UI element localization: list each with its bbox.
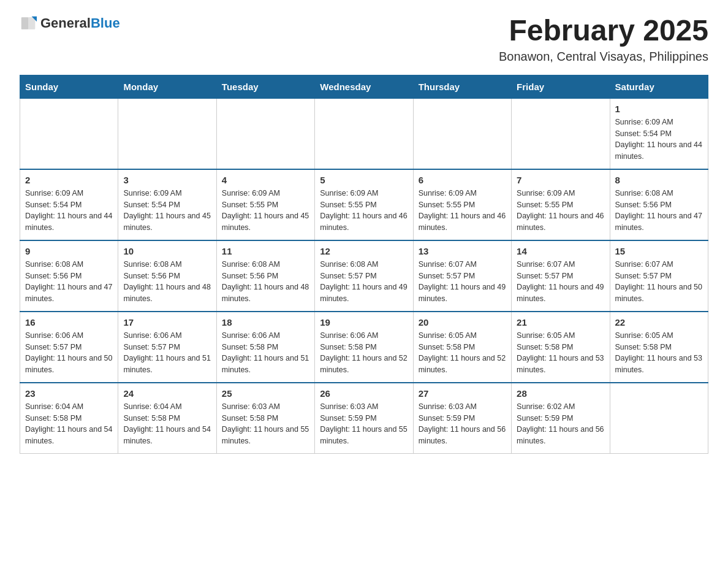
calendar-header-tuesday: Tuesday (216, 75, 314, 98)
day-info: Sunrise: 6:08 AMSunset: 5:56 PMDaylight:… (222, 259, 309, 305)
day-info: Sunrise: 6:09 AMSunset: 5:54 PMDaylight:… (25, 188, 113, 234)
calendar-cell: 7Sunrise: 6:09 AMSunset: 5:55 PMDaylight… (512, 169, 610, 240)
day-info: Sunrise: 6:03 AMSunset: 5:59 PMDaylight:… (419, 401, 506, 447)
calendar-cell: 20Sunrise: 6:05 AMSunset: 5:58 PMDayligh… (413, 312, 511, 383)
day-info: Sunrise: 6:08 AMSunset: 5:56 PMDaylight:… (25, 259, 113, 305)
day-info: Sunrise: 6:09 AMSunset: 5:54 PMDaylight:… (615, 117, 703, 163)
logo-icon (20, 15, 37, 32)
logo: GeneralBlue (20, 15, 120, 32)
day-info: Sunrise: 6:09 AMSunset: 5:55 PMDaylight:… (517, 188, 604, 234)
calendar-cell (413, 98, 511, 169)
calendar-header-sunday: Sunday (20, 75, 118, 98)
day-number: 2 (25, 175, 113, 185)
day-number: 19 (320, 317, 408, 327)
calendar-cell: 4Sunrise: 6:09 AMSunset: 5:55 PMDaylight… (216, 169, 314, 240)
calendar-cell (315, 98, 413, 169)
day-info: Sunrise: 6:07 AMSunset: 5:57 PMDaylight:… (419, 259, 506, 305)
day-number: 8 (615, 175, 703, 185)
calendar-cell: 26Sunrise: 6:03 AMSunset: 5:59 PMDayligh… (315, 383, 413, 454)
day-info: Sunrise: 6:05 AMSunset: 5:58 PMDaylight:… (615, 330, 703, 376)
day-info: Sunrise: 6:08 AMSunset: 5:56 PMDaylight:… (123, 259, 211, 305)
calendar-cell: 16Sunrise: 6:06 AMSunset: 5:57 PMDayligh… (20, 312, 118, 383)
calendar-header-row: SundayMondayTuesdayWednesdayThursdayFrid… (20, 75, 708, 98)
day-info: Sunrise: 6:06 AMSunset: 5:57 PMDaylight:… (123, 330, 211, 376)
calendar-cell: 19Sunrise: 6:06 AMSunset: 5:58 PMDayligh… (315, 312, 413, 383)
day-info: Sunrise: 6:09 AMSunset: 5:54 PMDaylight:… (123, 188, 211, 234)
day-number: 12 (320, 246, 408, 256)
day-number: 22 (615, 317, 703, 327)
day-info: Sunrise: 6:06 AMSunset: 5:57 PMDaylight:… (25, 330, 113, 376)
calendar-cell: 24Sunrise: 6:04 AMSunset: 5:58 PMDayligh… (118, 383, 216, 454)
day-info: Sunrise: 6:03 AMSunset: 5:59 PMDaylight:… (320, 401, 408, 447)
svg-rect-2 (28, 17, 35, 29)
logo-text-wrap: GeneralBlue (40, 15, 120, 31)
day-number: 28 (517, 388, 604, 399)
calendar-cell: 28Sunrise: 6:02 AMSunset: 5:59 PMDayligh… (512, 383, 610, 454)
day-number: 3 (123, 175, 211, 185)
day-number: 17 (123, 317, 211, 327)
calendar-cell: 27Sunrise: 6:03 AMSunset: 5:59 PMDayligh… (413, 383, 511, 454)
svg-rect-1 (21, 17, 28, 29)
day-info: Sunrise: 6:08 AMSunset: 5:56 PMDaylight:… (615, 188, 703, 234)
day-number: 16 (25, 317, 113, 327)
day-info: Sunrise: 6:08 AMSunset: 5:57 PMDaylight:… (320, 259, 408, 305)
day-number: 15 (615, 246, 703, 256)
day-info: Sunrise: 6:03 AMSunset: 5:58 PMDaylight:… (222, 401, 309, 447)
calendar-cell: 2Sunrise: 6:09 AMSunset: 5:54 PMDaylight… (20, 169, 118, 240)
calendar-cell: 12Sunrise: 6:08 AMSunset: 5:57 PMDayligh… (315, 240, 413, 312)
calendar-cell: 6Sunrise: 6:09 AMSunset: 5:55 PMDaylight… (413, 169, 511, 240)
calendar-week-row: 9Sunrise: 6:08 AMSunset: 5:56 PMDaylight… (20, 240, 708, 312)
calendar-cell: 22Sunrise: 6:05 AMSunset: 5:58 PMDayligh… (610, 312, 708, 383)
calendar-week-row: 2Sunrise: 6:09 AMSunset: 5:54 PMDaylight… (20, 169, 708, 240)
day-info: Sunrise: 6:07 AMSunset: 5:57 PMDaylight:… (615, 259, 703, 305)
calendar-header-thursday: Thursday (413, 75, 511, 98)
day-info: Sunrise: 6:09 AMSunset: 5:55 PMDaylight:… (222, 188, 309, 234)
day-number: 1 (615, 104, 703, 114)
title-area: February 2025 Bonawon, Central Visayas, … (499, 15, 708, 64)
day-number: 14 (517, 246, 604, 256)
day-number: 26 (320, 388, 408, 399)
logo-blue: Blue (91, 15, 120, 31)
day-number: 20 (419, 317, 506, 327)
day-info: Sunrise: 6:09 AMSunset: 5:55 PMDaylight:… (419, 188, 506, 234)
calendar-cell: 14Sunrise: 6:07 AMSunset: 5:57 PMDayligh… (512, 240, 610, 312)
day-info: Sunrise: 6:06 AMSunset: 5:58 PMDaylight:… (222, 330, 309, 376)
calendar-cell: 5Sunrise: 6:09 AMSunset: 5:55 PMDaylight… (315, 169, 413, 240)
calendar-week-row: 16Sunrise: 6:06 AMSunset: 5:57 PMDayligh… (20, 312, 708, 383)
day-number: 13 (419, 246, 506, 256)
calendar-cell (610, 383, 708, 454)
location-title: Bonawon, Central Visayas, Philippines (499, 50, 708, 64)
calendar-cell: 15Sunrise: 6:07 AMSunset: 5:57 PMDayligh… (610, 240, 708, 312)
calendar-cell: 3Sunrise: 6:09 AMSunset: 5:54 PMDaylight… (118, 169, 216, 240)
calendar-week-row: 1Sunrise: 6:09 AMSunset: 5:54 PMDaylight… (20, 98, 708, 169)
calendar-cell (20, 98, 118, 169)
calendar-cell: 1Sunrise: 6:09 AMSunset: 5:54 PMDaylight… (610, 98, 708, 169)
logo-general: General (40, 15, 91, 31)
day-number: 11 (222, 246, 309, 256)
calendar-cell: 23Sunrise: 6:04 AMSunset: 5:58 PMDayligh… (20, 383, 118, 454)
day-info: Sunrise: 6:05 AMSunset: 5:58 PMDaylight:… (517, 330, 604, 376)
calendar-cell: 8Sunrise: 6:08 AMSunset: 5:56 PMDaylight… (610, 169, 708, 240)
day-number: 24 (123, 388, 211, 399)
day-info: Sunrise: 6:07 AMSunset: 5:57 PMDaylight:… (517, 259, 604, 305)
day-info: Sunrise: 6:06 AMSunset: 5:58 PMDaylight:… (320, 330, 408, 376)
day-number: 21 (517, 317, 604, 327)
calendar-header-friday: Friday (512, 75, 610, 98)
day-number: 5 (320, 175, 408, 185)
day-info: Sunrise: 6:05 AMSunset: 5:58 PMDaylight:… (419, 330, 506, 376)
day-number: 10 (123, 246, 211, 256)
day-number: 9 (25, 246, 113, 256)
calendar-cell: 18Sunrise: 6:06 AMSunset: 5:58 PMDayligh… (216, 312, 314, 383)
calendar-cell: 13Sunrise: 6:07 AMSunset: 5:57 PMDayligh… (413, 240, 511, 312)
calendar-cell: 10Sunrise: 6:08 AMSunset: 5:56 PMDayligh… (118, 240, 216, 312)
day-info: Sunrise: 6:09 AMSunset: 5:55 PMDaylight:… (320, 188, 408, 234)
calendar-cell (118, 98, 216, 169)
calendar-header-monday: Monday (118, 75, 216, 98)
day-number: 27 (419, 388, 506, 399)
day-number: 25 (222, 388, 309, 399)
calendar-cell (512, 98, 610, 169)
calendar-cell (216, 98, 314, 169)
day-number: 4 (222, 175, 309, 185)
calendar-cell: 21Sunrise: 6:05 AMSunset: 5:58 PMDayligh… (512, 312, 610, 383)
day-number: 18 (222, 317, 309, 327)
